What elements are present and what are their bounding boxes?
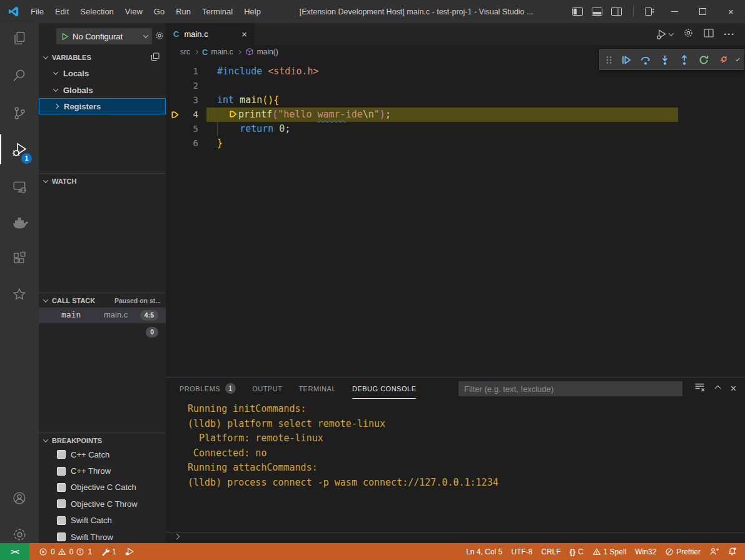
menu-view[interactable]: View <box>119 0 148 23</box>
chevron-right-icon <box>237 49 241 54</box>
debug-configuration-dropdown[interactable]: No Configurat <box>56 28 152 44</box>
debug-console-filter-input[interactable] <box>459 381 682 396</box>
menu-go[interactable]: Go <box>148 0 170 23</box>
menu-file[interactable]: File <box>25 0 49 23</box>
language-mode[interactable]: {} C <box>565 543 588 560</box>
spell-checker-status[interactable]: 1 Spell <box>588 543 631 560</box>
menu-terminal[interactable]: Terminal <box>196 0 238 23</box>
step-over-button[interactable] <box>640 54 651 66</box>
variables-section-header[interactable]: VARIABLES <box>39 50 166 65</box>
sidebar-item-star[interactable] <box>0 279 39 309</box>
editor-settings-gear-icon[interactable] <box>683 28 694 41</box>
breadcrumb-file[interactable]: main.c <box>211 48 233 56</box>
chevron-down-icon[interactable] <box>736 57 739 61</box>
eol-status[interactable]: CRLF <box>537 543 565 560</box>
breakpoint-label: Swift Throw <box>71 532 113 542</box>
accounts-icon[interactable] <box>0 483 39 513</box>
sidebar-item-source-control[interactable] <box>0 98 39 128</box>
breakpoint-c-catch[interactable]: C++ Catch <box>39 446 166 462</box>
toolbar-drag-grip[interactable] <box>605 55 612 65</box>
debug-console-input[interactable] <box>166 532 745 544</box>
restart-button[interactable] <box>698 54 709 66</box>
breakpoints-section-header[interactable]: BREAKPOINTS <box>39 432 166 448</box>
prompt-chevron-icon <box>174 534 180 540</box>
debug-session-status[interactable] <box>121 543 139 560</box>
maximize-panel-icon[interactable] <box>714 386 721 392</box>
checkbox[interactable] <box>57 467 66 476</box>
notifications-status[interactable] <box>723 543 741 560</box>
close-window-button[interactable]: × <box>717 0 745 23</box>
split-editor-icon[interactable] <box>704 29 714 40</box>
warning-count: 0 <box>69 548 74 556</box>
customize-layout-icon[interactable] <box>645 8 654 16</box>
checkbox[interactable] <box>57 532 66 541</box>
platform-status[interactable]: Win32 <box>631 543 661 560</box>
checkbox[interactable] <box>57 450 66 459</box>
formatter-status[interactable]: Prettier <box>661 543 705 560</box>
checkbox[interactable] <box>57 499 66 508</box>
clear-console-icon[interactable] <box>694 382 705 394</box>
close-panel-icon[interactable]: × <box>731 383 736 394</box>
step-out-button[interactable] <box>679 54 690 66</box>
close-tab-icon[interactable]: × <box>241 29 247 39</box>
problems-status[interactable]: 0 0 1 <box>34 543 96 560</box>
toggle-primary-sidebar-icon[interactable] <box>572 8 583 16</box>
code-token <box>273 123 279 134</box>
start-debug-icon[interactable] <box>61 32 69 41</box>
variables-scope-globals[interactable]: Globals <box>39 82 166 98</box>
code-line[interactable]: 4 printf("hello wamr-ide\n"); <box>166 108 745 122</box>
ports-status[interactable]: 1 <box>96 543 121 560</box>
breakpoint-objective-c-throw[interactable]: Objective C Throw <box>39 496 166 512</box>
code-editor[interactable]: 1#include <stdio.h>23int main(){4 printf… <box>166 59 745 378</box>
tab-main-c[interactable]: C main.c × <box>166 23 255 45</box>
toggle-panel-icon[interactable] <box>592 8 602 16</box>
panel-tab-label: PROBLEMS <box>180 385 220 392</box>
panel-tab-terminal[interactable]: TERMINAL <box>298 378 336 399</box>
menu-selection[interactable]: Selection <box>74 0 119 23</box>
cursor-position[interactable]: Ln 4, Col 5 <box>462 543 507 560</box>
continue-button[interactable] <box>621 54 632 66</box>
sidebar-item-extensions[interactable] <box>0 243 39 273</box>
code-line[interactable]: 6} <box>166 136 745 151</box>
step-into-button[interactable] <box>659 54 671 66</box>
breakpoint-swift-catch[interactable]: Swift Catch <box>39 512 166 529</box>
launch-settings-gear-icon[interactable] <box>155 31 165 43</box>
watch-section-header[interactable]: WATCH <box>39 173 166 188</box>
call-stack-section-header[interactable]: CALL STACK Paused on st... <box>39 292 166 308</box>
copy-icon[interactable] <box>151 52 160 62</box>
code-token: ; <box>285 123 290 134</box>
code-line[interactable]: 5 return 0; <box>166 122 745 136</box>
variables-scope-registers[interactable]: Registers <box>39 98 166 114</box>
breakpoint-c-throw[interactable]: C++ Throw <box>39 462 166 479</box>
checkbox[interactable] <box>57 516 66 525</box>
sidebar-item-remote-explorer[interactable] <box>0 172 39 202</box>
code-line[interactable]: 2 <box>166 79 745 93</box>
panel-tab-problems[interactable]: PROBLEMS1 <box>180 378 236 399</box>
encoding-status[interactable]: UTF-8 <box>507 543 537 560</box>
panel-tab-output[interactable]: OUTPUT <box>252 378 282 399</box>
stack-frame-row[interactable]: main main.c 4:5 <box>39 308 166 323</box>
sidebar-item-run-and-debug[interactable]: 1 <box>0 134 39 164</box>
menu-edit[interactable]: Edit <box>49 0 74 23</box>
toggle-secondary-sidebar-icon[interactable] <box>611 8 622 16</box>
sidebar-item-search[interactable] <box>0 61 39 91</box>
code-line[interactable]: 3int main(){ <box>166 93 745 108</box>
run-or-debug-button[interactable] <box>656 28 673 40</box>
panel-tab-debug-console[interactable]: DEBUG CONSOLE <box>352 378 416 399</box>
checkbox[interactable] <box>57 483 66 492</box>
sidebar-item-docker[interactable] <box>0 208 39 238</box>
sidebar-item-explorer[interactable] <box>0 23 39 53</box>
breakpoint-objective-c-catch[interactable]: Objective C Catch <box>39 479 166 496</box>
remote-indicator[interactable]: >< <box>0 543 29 560</box>
breadcrumb-symbol[interactable]: main() <box>257 48 278 56</box>
disconnect-button[interactable] <box>717 54 729 66</box>
feedback-status[interactable] <box>705 543 723 560</box>
breakpoint-swift-throw[interactable]: Swift Throw <box>39 529 166 543</box>
maximize-button[interactable] <box>689 0 717 23</box>
menu-run[interactable]: Run <box>170 0 196 23</box>
variables-scope-locals[interactable]: Locals <box>39 65 166 81</box>
menu-help[interactable]: Help <box>238 0 266 23</box>
minimize-button[interactable] <box>661 0 689 23</box>
breadcrumb-root[interactable]: src <box>180 48 190 56</box>
more-actions-icon[interactable]: ··· <box>724 29 735 39</box>
